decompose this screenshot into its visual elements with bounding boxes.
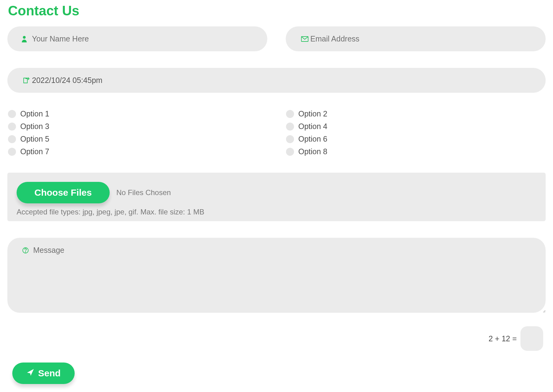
user-icon: [22, 36, 27, 42]
email-input[interactable]: [286, 26, 546, 51]
svg-point-3: [25, 252, 26, 252]
captcha-question: 2 + 12 =: [488, 334, 517, 343]
message-field-wrap: [7, 238, 546, 314]
checkbox-icon: [286, 148, 294, 156]
checkbox-icon: [286, 123, 294, 131]
checkbox-item[interactable]: Option 2: [286, 109, 546, 118]
captcha-input[interactable]: [520, 326, 543, 351]
file-upload-block: Choose Files No Files Chosen Accepted fi…: [7, 173, 546, 221]
checkbox-label: Option 2: [298, 109, 327, 118]
checkbox-label: Option 3: [20, 122, 49, 131]
checkbox-item[interactable]: Option 8: [286, 147, 546, 156]
checkbox-item[interactable]: Option 3: [8, 122, 268, 131]
checkbox-icon: [286, 135, 294, 143]
checkbox-icon: [8, 148, 16, 156]
email-field-wrap: [286, 26, 546, 51]
file-upload-hint: Accepted file types: jpg, jpeg, jpe, gif…: [17, 208, 536, 216]
checkbox-icon: [8, 135, 16, 143]
checkbox-item[interactable]: Option 7: [8, 147, 268, 156]
datetime-field-wrap: [7, 68, 546, 93]
name-input[interactable]: [7, 26, 267, 51]
help-circle-icon: [22, 247, 29, 255]
checkbox-item[interactable]: Option 4: [286, 122, 546, 131]
checkbox-label: Option 4: [298, 122, 327, 131]
checkbox-label: Option 5: [20, 135, 49, 143]
page-title: Contact Us: [7, 3, 546, 18]
calendar-arrow-icon: [23, 77, 29, 84]
checkbox-item[interactable]: Option 5: [8, 135, 268, 143]
checkbox-label: Option 6: [298, 135, 327, 143]
send-button-label: Send: [38, 368, 61, 378]
choose-files-button[interactable]: Choose Files: [17, 182, 110, 203]
checkbox-label: Option 1: [20, 109, 49, 118]
paper-plane-icon: [26, 368, 34, 378]
envelope-icon: [301, 36, 308, 42]
checkbox-icon: [286, 110, 294, 118]
checkbox-label: Option 8: [298, 147, 327, 156]
message-textarea[interactable]: [7, 238, 546, 313]
checkbox-label: Option 7: [20, 147, 49, 156]
checkbox-item[interactable]: Option 6: [286, 135, 546, 143]
checkbox-group: Option 1 Option 2 Option 3 Option 4 Opti…: [7, 109, 546, 156]
checkbox-icon: [8, 123, 16, 131]
file-upload-status: No Files Chosen: [116, 188, 171, 197]
checkbox-icon: [8, 110, 16, 118]
svg-point-0: [23, 36, 26, 39]
captcha-row: 2 + 12 =: [7, 326, 546, 351]
name-field-wrap: [7, 26, 267, 51]
datetime-input[interactable]: [7, 68, 546, 93]
send-button[interactable]: Send: [12, 363, 75, 384]
checkbox-item[interactable]: Option 1: [8, 109, 268, 118]
